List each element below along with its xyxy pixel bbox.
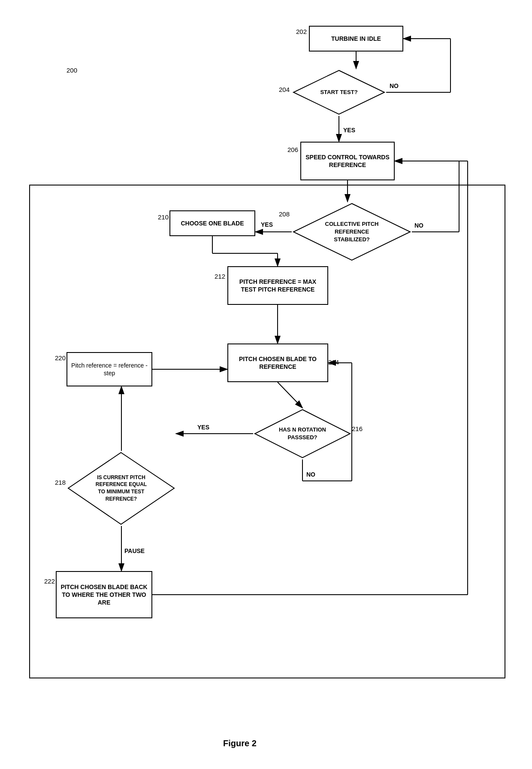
- figure-label: Figure 2: [223, 739, 257, 748]
- node-pitch-back: PITCH CHOSEN BLADE BACK TO WHERE THE OTH…: [56, 571, 152, 618]
- ref-222: 222: [44, 578, 55, 585]
- svg-marker-2: [255, 410, 350, 458]
- ref-218: 218: [55, 479, 66, 486]
- svg-marker-0: [293, 70, 384, 114]
- ref-202: 202: [296, 28, 307, 35]
- node-pitch-chosen-blade: PITCH CHOSEN BLADE TO REFERENCE: [227, 343, 328, 382]
- node-speed-control: SPEED CONTROL TOWARDS REFERENCE: [300, 142, 395, 180]
- node-rotation-passed: HAS N ROTATION PASSSED?: [253, 408, 352, 459]
- ref-200: 200: [66, 67, 77, 74]
- node-min-test: IS CURRENT PITCH REFERENCE EQUAL TO MINI…: [66, 451, 176, 526]
- node-pitch-ref-max: PITCH REFERENCE = MAX TEST PITCH REFEREN…: [227, 266, 328, 305]
- svg-text:NO: NO: [390, 82, 399, 89]
- svg-marker-1: [293, 204, 410, 260]
- ref-210: 210: [158, 213, 169, 221]
- svg-marker-3: [68, 453, 174, 524]
- ref-208: 208: [279, 210, 290, 218]
- node-pitch-ref-step: Pitch reference = reference - step: [66, 352, 152, 386]
- ref-216: 216: [352, 425, 363, 432]
- node-collective-pitch: COLLECTIVE PITCH REFERENCE STABILIZED?: [292, 202, 412, 262]
- svg-text:YES: YES: [343, 127, 355, 134]
- node-start-test: START TEST?: [292, 69, 386, 116]
- ref-204: 204: [279, 86, 290, 93]
- ref-212: 212: [215, 273, 225, 280]
- ref-220: 220: [55, 354, 66, 362]
- ref-214: 214: [328, 359, 339, 366]
- diagram-container: 200 TURBINE IN IDLE 202 START TEST? 204 …: [0, 0, 532, 769]
- node-choose-blade: CHOOSE ONE BLADE: [169, 210, 255, 236]
- node-turbine-idle: TURBINE IN IDLE: [309, 26, 403, 52]
- ref-206: 206: [287, 146, 298, 153]
